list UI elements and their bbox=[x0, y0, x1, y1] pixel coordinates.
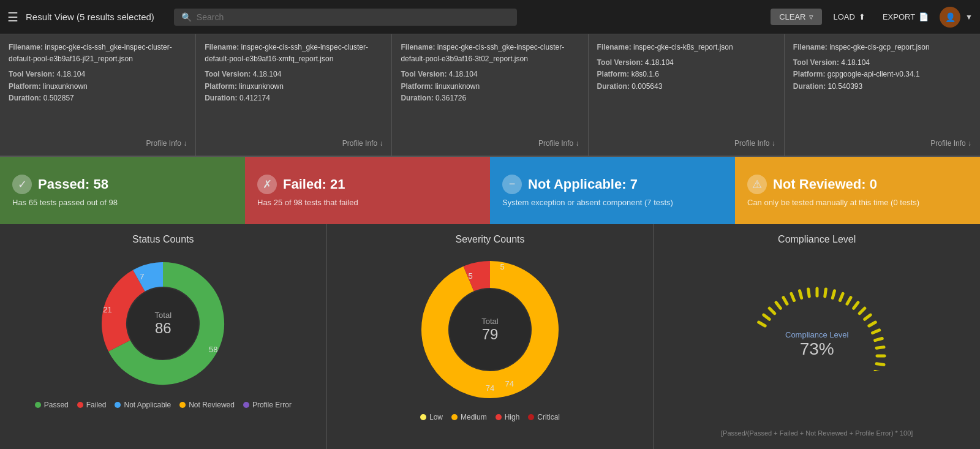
status-counts-title: Status Counts bbox=[132, 234, 194, 245]
failed-title: Failed: 21 bbox=[283, 176, 345, 192]
clear-button[interactable]: CLEAR ▿ bbox=[771, 9, 822, 25]
severity-legend: LowMediumHighCritical bbox=[420, 413, 560, 421]
status-total-value: 86 bbox=[155, 320, 172, 337]
duration-1: Duration: 0.412174 bbox=[205, 92, 383, 104]
status-total-label: Total bbox=[155, 311, 172, 320]
severity-counts-panel: Severity Counts 745745 Total 79 LowMediu… bbox=[327, 224, 654, 449]
svg-line-13 bbox=[783, 298, 787, 304]
severity-legend-item: Medium bbox=[451, 413, 487, 421]
compliance-gauge: Compliance Level 73% bbox=[737, 261, 897, 371]
svg-line-21 bbox=[847, 298, 851, 304]
svg-text:21: 21 bbox=[103, 305, 111, 314]
profile-info-0[interactable]: Profile Info ↓ bbox=[146, 138, 187, 149]
upload-icon: ⬆ bbox=[859, 12, 865, 21]
status-legend: PassedFailedNot ApplicableNot ReviewedPr… bbox=[35, 401, 292, 409]
file-card-1: Filename: inspec-gke-cis-ssh_gke-inspec-… bbox=[196, 34, 392, 156]
severity-legend-item: Low bbox=[420, 413, 443, 421]
status-legend-item: Not Reviewed bbox=[179, 401, 235, 409]
load-button[interactable]: LOAD ⬆ bbox=[827, 9, 871, 25]
charts-row: Status Counts 58217 Total 86 PassedFaile… bbox=[0, 224, 980, 449]
svg-line-9 bbox=[758, 322, 764, 326]
passed-card: ✓ Passed: 58 Has 65 tests passed out of … bbox=[0, 157, 245, 224]
file-card-0: Filename: inspec-gke-cis-ssh_gke-inspec-… bbox=[0, 34, 196, 156]
status-legend-item: Not Applicable bbox=[115, 401, 171, 409]
tool-version-2: Tool Version: 4.18.104 bbox=[401, 69, 579, 80]
severity-counts-title: Severity Counts bbox=[456, 234, 525, 245]
platform-1: Platform: linuxunknown bbox=[205, 81, 383, 92]
failed-icon: ✗ bbox=[257, 175, 277, 194]
status-legend-item: Passed bbox=[35, 401, 69, 409]
svg-line-24 bbox=[864, 315, 870, 319]
export-button[interactable]: EXPORT 📄 bbox=[876, 9, 935, 25]
not-applicable-subtitle: System exception or absent component (7 … bbox=[502, 198, 723, 207]
svg-line-16 bbox=[808, 289, 809, 296]
status-donut-chart: 58217 Total 86 bbox=[96, 256, 230, 391]
tool-version-3: Tool Version: 4.18.104 bbox=[597, 57, 775, 69]
not-reviewed-icon: ⚠ bbox=[747, 175, 767, 194]
filename-2: Filename: inspec-gke-cis-ssh_gke-inspec-… bbox=[401, 42, 579, 65]
summary-row: ✓ Passed: 58 Has 65 tests passed out of … bbox=[0, 157, 980, 224]
svg-line-22 bbox=[853, 303, 858, 309]
svg-line-15 bbox=[799, 291, 801, 298]
failed-card: ✗ Failed: 21 Has 25 of 98 tests that fai… bbox=[245, 157, 490, 224]
svg-text:5: 5 bbox=[469, 271, 473, 281]
filename-4: Filename: inspec-gke-cis-gcp_report.json bbox=[793, 42, 971, 53]
svg-line-25 bbox=[869, 322, 875, 326]
svg-line-30 bbox=[876, 364, 884, 365]
compliance-title: Compliance Level bbox=[778, 234, 856, 245]
user-avatar[interactable]: 👤 bbox=[940, 7, 960, 28]
file-cards-row: Filename: inspec-gke-cis-ssh_gke-inspec-… bbox=[0, 34, 980, 157]
profile-info-3[interactable]: Profile Info ↓ bbox=[734, 138, 775, 149]
tool-version-0: Tool Version: 4.18.104 bbox=[9, 69, 187, 80]
svg-line-20 bbox=[840, 293, 843, 300]
platform-4: Platform: gcpgoogle-api-client-v0.34.1 bbox=[793, 69, 971, 80]
not-applicable-icon: − bbox=[502, 175, 522, 194]
svg-text:74: 74 bbox=[486, 383, 494, 393]
topbar-actions: CLEAR ▿ LOAD ⬆ EXPORT 📄 👤 ▼ bbox=[771, 7, 973, 28]
compliance-value: 73% bbox=[785, 339, 848, 359]
passed-title: Passed: 58 bbox=[38, 176, 108, 192]
search-input[interactable] bbox=[197, 12, 510, 22]
duration-4: Duration: 10.540393 bbox=[793, 81, 971, 92]
menu-icon[interactable]: ☰ bbox=[7, 10, 18, 25]
tool-version-4: Tool Version: 4.18.104 bbox=[793, 57, 971, 69]
status-legend-item: Failed bbox=[77, 401, 107, 409]
compliance-panel: Compliance Level Compliance Level 73% [P… bbox=[654, 224, 980, 449]
svg-line-11 bbox=[769, 308, 774, 313]
svg-text:7: 7 bbox=[140, 272, 144, 281]
compliance-label: Compliance Level bbox=[785, 330, 848, 339]
profile-info-1[interactable]: Profile Info ↓ bbox=[342, 138, 383, 149]
filename-3: Filename: inspec-gke-cis-k8s_report.json bbox=[597, 42, 775, 53]
severity-total-value: 79 bbox=[481, 326, 498, 343]
platform-2: Platform: linuxunknown bbox=[401, 81, 579, 92]
duration-0: Duration: 0.502857 bbox=[9, 92, 187, 104]
svg-line-23 bbox=[859, 308, 864, 313]
svg-line-27 bbox=[875, 339, 882, 341]
severity-total-label: Total bbox=[481, 317, 498, 326]
filter-icon: ▿ bbox=[809, 12, 813, 21]
svg-text:5: 5 bbox=[500, 262, 504, 271]
severity-legend-item: High bbox=[496, 413, 520, 421]
svg-line-14 bbox=[791, 293, 794, 300]
svg-text:58: 58 bbox=[209, 345, 217, 354]
passed-icon: ✓ bbox=[12, 175, 32, 194]
duration-2: Duration: 0.361726 bbox=[401, 92, 579, 104]
export-file-icon: 📄 bbox=[919, 12, 929, 21]
svg-line-26 bbox=[872, 330, 879, 333]
svg-line-19 bbox=[832, 291, 834, 298]
search-icon: 🔍 bbox=[181, 12, 192, 22]
topbar: ☰ Result View (5 results selected) 🔍 CLE… bbox=[0, 0, 980, 34]
file-card-2: Filename: inspec-gke-cis-ssh_gke-inspec-… bbox=[392, 34, 588, 156]
profile-info-2[interactable]: Profile Info ↓ bbox=[538, 138, 579, 149]
not-reviewed-subtitle: Can only be tested manually at this time… bbox=[747, 198, 968, 207]
filename-1: Filename: inspec-gke-cis-ssh_gke-inspec-… bbox=[205, 42, 383, 65]
svg-line-10 bbox=[763, 315, 769, 319]
not-reviewed-title: Not Reviewed: 0 bbox=[773, 176, 877, 192]
svg-text:74: 74 bbox=[505, 379, 514, 388]
not-applicable-card: − Not Applicable: 7 System exception or … bbox=[490, 157, 735, 224]
not-reviewed-card: ⚠ Not Reviewed: 0 Can only be tested man… bbox=[735, 157, 980, 224]
profile-info-4[interactable]: Profile Info ↓ bbox=[930, 138, 971, 149]
avatar-chevron-icon: ▼ bbox=[965, 13, 973, 21]
status-legend-item: Profile Error bbox=[243, 401, 292, 409]
failed-subtitle: Has 25 of 98 tests that failed bbox=[257, 198, 478, 207]
